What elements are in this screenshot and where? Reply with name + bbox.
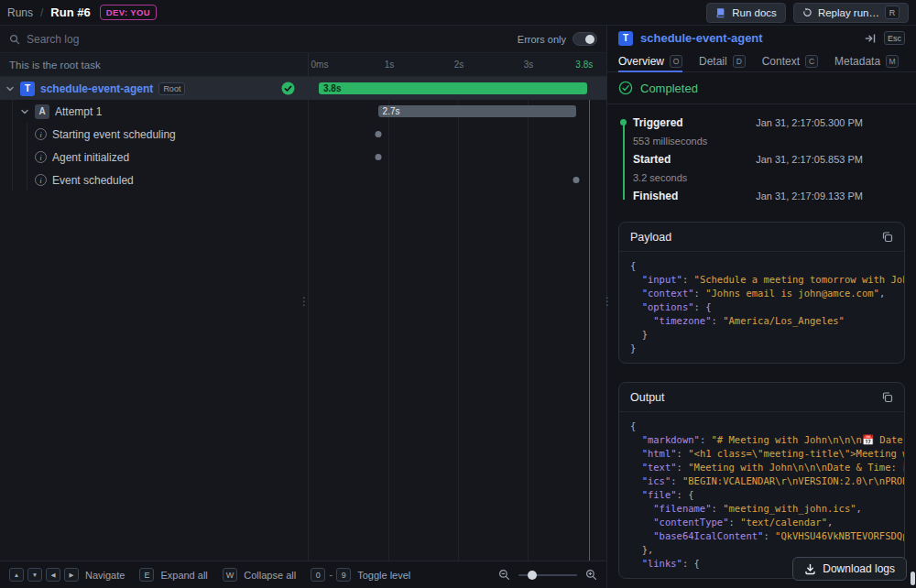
zoom-slider-knob[interactable] <box>528 571 537 580</box>
level-to-key: 9 <box>336 568 351 582</box>
download-logs-button[interactable]: Download logs <box>792 557 907 581</box>
task-icon: T <box>618 31 633 46</box>
event-timestamp: Jan 31, 2:17:05.853 PM <box>756 154 863 165</box>
output-card: Output { "markdown": "# Meeting with Joh… <box>618 382 905 579</box>
panel-resize-handle[interactable]: ⋮ <box>602 297 613 306</box>
copy-icon[interactable] <box>881 231 893 243</box>
collapse-all-label: Collapse all <box>244 570 296 581</box>
navigate-shortcut: ▲ ▼ ◀ ▶ Navigate <box>9 568 125 582</box>
tab-metadata[interactable]: MetadataM <box>834 50 899 71</box>
tab-shortcut-key: D <box>733 55 746 68</box>
timeline-bar: 2.7s <box>378 105 577 117</box>
tab-shortcut-key: C <box>805 55 818 68</box>
zoom-in-icon[interactable] <box>585 569 597 581</box>
chevron-down-icon[interactable] <box>5 84 15 93</box>
tab-context[interactable]: ContextC <box>762 50 818 71</box>
completed-check-icon <box>618 81 633 95</box>
payload-title: Payload <box>630 231 671 244</box>
timeline-ruler: 0ms1s2s3s3.8s <box>308 53 606 76</box>
tree-row-label: iEvent scheduled <box>0 169 308 191</box>
log-search-bar: Errors only <box>0 26 606 53</box>
event-label: Triggered <box>633 116 683 129</box>
toggle-level-shortcut: 0 - 9 Toggle level <box>311 568 410 582</box>
task-icon: T <box>20 82 35 96</box>
tree-row-agent-initialized[interactable]: iAgent initialized <box>0 146 606 169</box>
root-task-label: This is the root task <box>0 53 308 76</box>
docs-icon <box>715 7 726 18</box>
errors-only-toggle[interactable] <box>572 32 597 46</box>
expand-key: E <box>139 568 154 582</box>
scrollbar-thumb[interactable] <box>911 572 915 585</box>
tab-overview[interactable]: OverviewO <box>618 50 682 71</box>
tree-row-timeline <box>308 169 606 191</box>
tree-row-text: Agent initialized <box>52 151 129 164</box>
tree-row-label: AAttempt 1 <box>0 100 308 123</box>
info-icon: i <box>35 174 47 186</box>
status-badge: Completed <box>640 82 698 95</box>
arrow-left-key-icon: ◀ <box>46 568 60 582</box>
zoom-out-icon[interactable] <box>498 569 510 581</box>
attempt-icon: A <box>35 104 49 119</box>
code-line: "input": "Schedule a meeting tomorrow wi… <box>630 273 893 287</box>
timeline-header: This is the root task 0ms1s2s3s3.8s <box>0 53 606 77</box>
event-duration: 553 milliseconds <box>620 132 863 149</box>
esc-key: Esc <box>884 31 905 45</box>
run-event-row: StartedJan 31, 2:17:05.853 PM <box>620 149 863 169</box>
breadcrumb-separator: / <box>40 6 43 19</box>
tab-detail[interactable]: DetailD <box>699 50 746 71</box>
ruler-tick: 3s <box>524 60 534 70</box>
replay-shortcut-key: R <box>885 5 900 19</box>
code-line: "options": { <box>630 300 893 314</box>
errors-only-label: Errors only <box>518 34 566 45</box>
close-panel-icon[interactable] <box>864 32 877 45</box>
environment-badge: DEV: YOU <box>100 5 157 20</box>
event-label: Finished <box>633 190 678 202</box>
event-dot <box>620 119 627 125</box>
run-events: TriggeredJan 31, 2:17:05.300 PM553 milli… <box>607 104 916 212</box>
run-docs-label: Run docs <box>732 7 777 18</box>
info-icon: i <box>35 128 47 140</box>
toggle-level-label: Toggle level <box>357 570 410 581</box>
code-line: { <box>630 259 893 273</box>
run-docs-button[interactable]: Run docs <box>706 3 786 23</box>
expand-all-shortcut: E Expand all <box>139 568 207 582</box>
event-duration: 3.2 seconds <box>620 169 863 186</box>
tree-row-schedule-event-agent[interactable]: Tschedule-event-agentRoot3.8s <box>0 77 606 100</box>
search-icon <box>9 34 20 45</box>
level-from-key: 0 <box>311 568 325 582</box>
payload-code: { "input": "Schedule a meeting tomorrow … <box>619 252 904 363</box>
download-icon <box>804 563 816 575</box>
replay-run-button[interactable]: Replay run… R <box>793 3 909 23</box>
code-line: { <box>630 419 893 433</box>
copy-icon[interactable] <box>881 391 893 403</box>
payload-card: Payload { "input": "Schedule a meeting t… <box>618 222 905 364</box>
main-split: Errors only This is the root task 0ms1s2… <box>0 26 916 588</box>
column-resize-handle[interactable]: ⋮ <box>299 297 310 306</box>
tree-row-label: Tschedule-event-agentRoot <box>0 77 308 100</box>
code-line: "markdown": "# Meeting with John\n\n\n📅 … <box>630 433 893 447</box>
timeline-dot <box>375 154 381 160</box>
tree-row-attempt-1[interactable]: AAttempt 12.7s <box>0 100 606 123</box>
output-title: Output <box>630 391 665 404</box>
status-row: Completed <box>607 72 916 104</box>
tab-label: Metadata <box>834 55 880 68</box>
replay-run-label: Replay run… <box>818 7 879 18</box>
ruler-tick: 2s <box>454 60 464 70</box>
inspector-title: schedule-event-agent <box>640 31 763 45</box>
code-line: "html": "<h1 class=\"meeting-title\">Mee… <box>630 447 893 461</box>
tree-row-event-scheduled[interactable]: iEvent scheduled <box>0 169 606 191</box>
tree-row-starting-event-scheduling[interactable]: iStarting event scheduling <box>0 123 606 146</box>
tree-row-timeline: 2.7s <box>308 100 606 123</box>
search-input[interactable] <box>27 33 511 46</box>
ruler-tick: 1s <box>385 60 395 70</box>
timeline-zoom-control <box>498 569 597 581</box>
navigate-label: Navigate <box>85 570 125 581</box>
ruler-tick: 3.8s <box>575 60 593 70</box>
zoom-slider[interactable] <box>518 574 577 576</box>
tree-row-timeline <box>308 123 606 146</box>
collapse-key: W <box>223 568 238 582</box>
root-badge: Root <box>158 82 185 95</box>
ruler-tick: 0ms <box>311 60 329 70</box>
chevron-down-icon[interactable] <box>20 107 29 116</box>
breadcrumb-runs[interactable]: Runs <box>7 6 33 19</box>
